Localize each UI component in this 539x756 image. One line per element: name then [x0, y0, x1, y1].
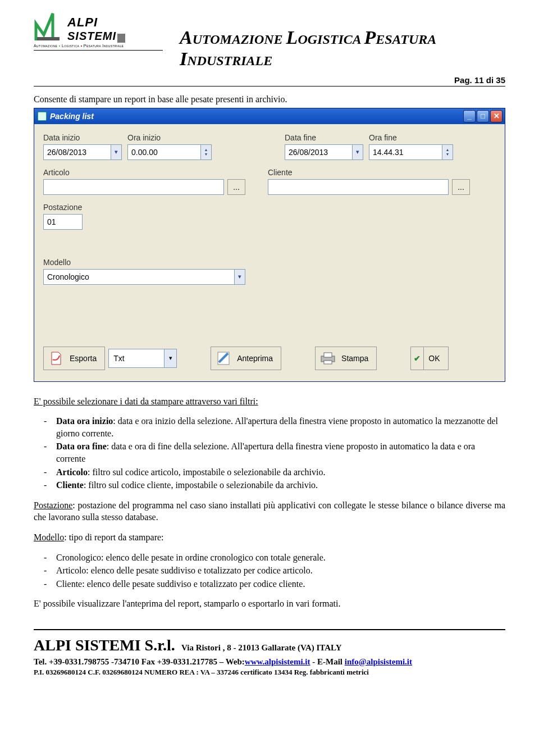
- chevron-down-icon[interactable]: [165, 349, 177, 368]
- browse-cliente-button[interactable]: ...: [452, 179, 470, 195]
- logo-text-alpi: ALPI: [67, 15, 125, 30]
- label-articolo: Articolo: [43, 168, 245, 177]
- data-inizio-field[interactable]: 26/08/2013: [43, 144, 111, 160]
- label-data-fine: Data fine: [285, 133, 363, 142]
- page-footer: ALPI SISTEMI S.r.l. Via Ristori , 8 - 21…: [34, 635, 505, 677]
- chevron-down-icon[interactable]: [234, 269, 245, 285]
- ora-fine-field[interactable]: 14.44.31: [369, 144, 442, 160]
- divider: [34, 86, 505, 86]
- spinner-buttons[interactable]: [442, 144, 453, 160]
- ora-inizio-field[interactable]: 0.00.00: [127, 144, 200, 160]
- preview-icon: [216, 350, 231, 366]
- svg-rect-0: [37, 37, 60, 40]
- close-button[interactable]: ✕: [490, 110, 503, 122]
- logo-text-sistemi: SISTEMI: [67, 30, 116, 42]
- packing-list-window: Packing list _ □ ✕ Data inizio 26/08/201…: [34, 108, 505, 382]
- label-cliente: Cliente: [268, 168, 470, 177]
- footer-divider: [34, 629, 505, 630]
- label-ora-inizio: Ora inizio: [127, 133, 212, 142]
- label-modello: Modello: [43, 258, 245, 267]
- tagline: AUTOMAZIONE LOGISTICA PESATURA INDUSTRIA…: [180, 11, 505, 70]
- ok-check-icon[interactable]: ✔: [410, 347, 424, 370]
- intro-text: Consente di stampare un report in base a…: [34, 93, 505, 106]
- ok-button[interactable]: OK: [424, 347, 448, 370]
- data-fine-field[interactable]: 26/08/2013: [285, 144, 352, 160]
- maximize-button[interactable]: □: [477, 110, 489, 122]
- email-link[interactable]: info@alpisistemi.it: [345, 657, 412, 666]
- esporta-button[interactable]: Esporta: [43, 347, 105, 370]
- modello-select[interactable]: Cronologico: [43, 269, 234, 285]
- export-format-select[interactable]: Txt: [108, 349, 165, 368]
- pdf-icon: [48, 350, 64, 366]
- body-text: E' possibile selezionare i dati da stamp…: [34, 395, 505, 610]
- stampa-button[interactable]: Stampa: [315, 347, 377, 370]
- logo: ALPI SISTEMI Automazione • Logistica • P…: [34, 11, 163, 51]
- page-header: ALPI SISTEMI Automazione • Logistica • P…: [34, 11, 505, 70]
- filters-list: Data ora inizio: data e ora inizio della…: [34, 415, 505, 491]
- label-postazione: Postazione: [43, 203, 83, 212]
- chevron-down-icon[interactable]: [111, 144, 122, 160]
- app-icon: [38, 112, 47, 121]
- logo-box-icon: [117, 34, 125, 43]
- printer-icon: [320, 350, 336, 366]
- logo-subtitle: Automazione • Logistica • Pesatura Indus…: [34, 44, 163, 48]
- label-ora-fine: Ora fine: [369, 133, 453, 142]
- minimize-button[interactable]: _: [463, 110, 476, 122]
- cliente-field[interactable]: [268, 179, 449, 195]
- browse-articolo-button[interactable]: ...: [227, 179, 245, 195]
- window-title: Packing list: [50, 112, 94, 121]
- web-link[interactable]: www.alpisistemi.it: [245, 657, 310, 666]
- modello-list: Cronologico: elenco delle pesate in ordi…: [34, 552, 505, 590]
- articolo-field[interactable]: [43, 179, 224, 195]
- label-data-inizio: Data inizio: [43, 133, 122, 142]
- postazione-field[interactable]: 01: [43, 214, 83, 230]
- anteprima-button[interactable]: Anteprima: [211, 347, 281, 370]
- spinner-buttons[interactable]: [200, 144, 212, 160]
- svg-rect-3: [324, 353, 332, 357]
- titlebar[interactable]: Packing list _ □ ✕: [34, 108, 505, 124]
- chevron-down-icon[interactable]: [352, 144, 363, 160]
- page-number: Pag. 11 di 35: [34, 75, 505, 85]
- logo-m-icon: [34, 11, 65, 43]
- svg-rect-4: [324, 361, 332, 364]
